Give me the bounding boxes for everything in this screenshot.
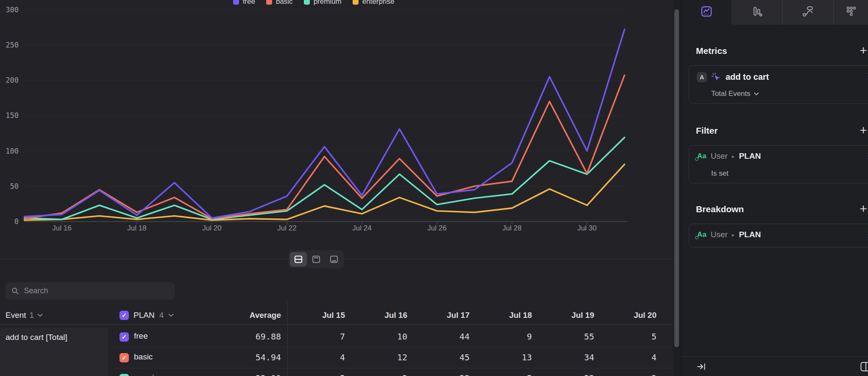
event-click-icon — [711, 73, 721, 82]
panel-columns-icon[interactable] — [860, 362, 868, 372]
series-line-enterprise — [25, 164, 625, 220]
legend-item-basic[interactable]: basic — [266, 0, 293, 6]
filter-condition[interactable]: Is set — [711, 169, 729, 178]
text-property-icon: Aa — [696, 230, 707, 239]
cell-value: 23 — [459, 373, 470, 376]
y-axis-label: 100 — [6, 147, 19, 155]
cell-value: 13 — [522, 352, 532, 362]
legend-swatch — [353, 0, 359, 5]
y-axis-label: 300 — [6, 6, 19, 14]
metric-letter-badge: A — [697, 72, 707, 82]
cell-value: 10 — [397, 331, 407, 342]
table-vertical-divider — [287, 302, 288, 376]
column-header-jul-17[interactable]: Jul 17 — [447, 306, 470, 324]
sidebar-tab-bar-chart[interactable] — [732, 0, 782, 25]
event-count: 1 — [30, 311, 34, 320]
grid-dots-icon — [844, 5, 858, 20]
row-label: free — [134, 331, 148, 341]
bar-chart-icon — [750, 5, 764, 20]
scrollbar-thumb[interactable] — [674, 9, 679, 347]
sidebar-bottom-bar — [682, 356, 868, 376]
plan-select-all-checkbox[interactable]: ✓ — [120, 311, 129, 320]
cell-value: 5 — [651, 331, 657, 342]
row-checkbox[interactable]: ✓ — [120, 374, 129, 376]
collapse-right-icon[interactable] — [697, 362, 706, 371]
sidebar-tab-grid-dots[interactable] — [833, 0, 868, 25]
legend-item-premium[interactable]: premium — [304, 0, 342, 6]
row-checkbox[interactable]: ✓ — [120, 332, 129, 342]
add-metric-button[interactable]: + — [857, 44, 868, 57]
plan-count: 4 — [159, 311, 164, 320]
cell-value: 7 — [340, 331, 345, 342]
cell-value: 23 — [584, 373, 594, 376]
vertical-scrollbar[interactable] — [673, 0, 681, 376]
column-header-jul-18[interactable]: Jul 18 — [509, 306, 532, 324]
tab-divider — [782, 0, 783, 25]
add-filter-button[interactable]: + — [857, 124, 868, 137]
line-chart: 050100150200250300Jul 16Jul 18Jul 20Jul … — [0, 0, 673, 280]
breakdown-scope: User — [711, 230, 728, 239]
cell-value: 5 — [527, 373, 532, 376]
x-axis-label: Jul 16 — [52, 224, 71, 232]
layout-toggle-split-rows-view[interactable] — [290, 252, 307, 267]
cell-average: 69.88 — [256, 331, 281, 342]
cell-value: 4 — [340, 352, 345, 362]
legend-label: premium — [314, 0, 342, 6]
y-axis-label: 150 — [6, 111, 19, 120]
line-chart-icon — [700, 5, 713, 20]
metric-event-name[interactable]: add to cart — [726, 72, 769, 82]
y-axis-label: 200 — [6, 76, 19, 84]
cell-average: 33.00 — [256, 373, 281, 376]
event-row-cell[interactable]: add to cart [Total] — [0, 328, 108, 376]
row-divider — [113, 368, 673, 368]
plan-column-header[interactable]: ✓ PLAN 4 — [120, 306, 174, 324]
metric-card[interactable]: A add to cart ••• Total Events — [689, 65, 868, 104]
chevron-down-icon — [754, 93, 759, 95]
legend-item-enterprise[interactable]: enterprise — [353, 0, 395, 6]
flows-icon — [801, 5, 815, 20]
series-line-premium — [25, 137, 625, 219]
filter-heading: Filter — [696, 126, 718, 136]
filter-card[interactable]: Aa User ▸ PLAN ••• Is set — [689, 145, 868, 183]
event-column-header[interactable]: Event 1 — [6, 306, 43, 324]
event-header-label: Event — [6, 311, 26, 320]
cell-average: 54.94 — [256, 352, 281, 362]
y-axis-label: 250 — [6, 41, 19, 49]
search-box[interactable] — [6, 282, 175, 300]
x-axis-label: Jul 20 — [202, 224, 221, 232]
cell-value: 3 — [402, 373, 407, 376]
legend-label: free — [243, 0, 255, 6]
column-header-jul-15[interactable]: Jul 15 — [322, 306, 345, 324]
sidebar-tab-line-chart[interactable] — [682, 0, 732, 25]
layout-toggle-group[interactable] — [288, 250, 344, 268]
column-header-average[interactable]: Average — [250, 306, 281, 324]
cell-value: 34 — [584, 352, 594, 362]
layout-toggle-header-panel-view[interactable] — [308, 252, 325, 267]
legend-label: enterprise — [362, 0, 395, 6]
caret-right-icon: ▸ — [732, 153, 735, 160]
series-line-free — [25, 29, 625, 218]
sidebar-tab-flows[interactable] — [782, 0, 833, 25]
x-axis-label: Jul 24 — [352, 224, 371, 232]
legend-item-free[interactable]: free — [233, 0, 255, 6]
column-header-jul-19[interactable]: Jul 19 — [571, 306, 594, 324]
cell-value: 9 — [527, 331, 532, 342]
x-axis-label: Jul 30 — [577, 224, 596, 232]
column-header-jul-16[interactable]: Jul 16 — [384, 306, 407, 324]
column-header-jul-20[interactable]: Jul 20 — [634, 306, 657, 324]
sidebar-tabstrip — [682, 0, 868, 25]
x-axis-label: Jul 26 — [427, 224, 446, 232]
row-checkbox[interactable]: ✓ — [120, 353, 129, 362]
layout-toggle-footer-panel-view[interactable] — [326, 252, 342, 267]
query-builder-sidebar: Metrics + A add to cart ••• Total Events… — [681, 0, 868, 376]
chart-legend: freebasicpremiumenterprise — [0, 0, 627, 6]
filter-property[interactable]: PLAN — [739, 152, 761, 161]
breakdown-card[interactable]: Aa User ▸ PLAN ••• — [689, 224, 868, 247]
cell-value: 5 — [340, 373, 345, 376]
breakdown-property[interactable]: PLAN — [739, 230, 761, 239]
cell-value: 44 — [459, 331, 470, 342]
metric-aggregation[interactable]: Total Events — [711, 90, 759, 98]
add-breakdown-button[interactable]: + — [857, 202, 868, 215]
search-input[interactable] — [24, 286, 169, 295]
y-axis-label: 50 — [10, 182, 19, 191]
